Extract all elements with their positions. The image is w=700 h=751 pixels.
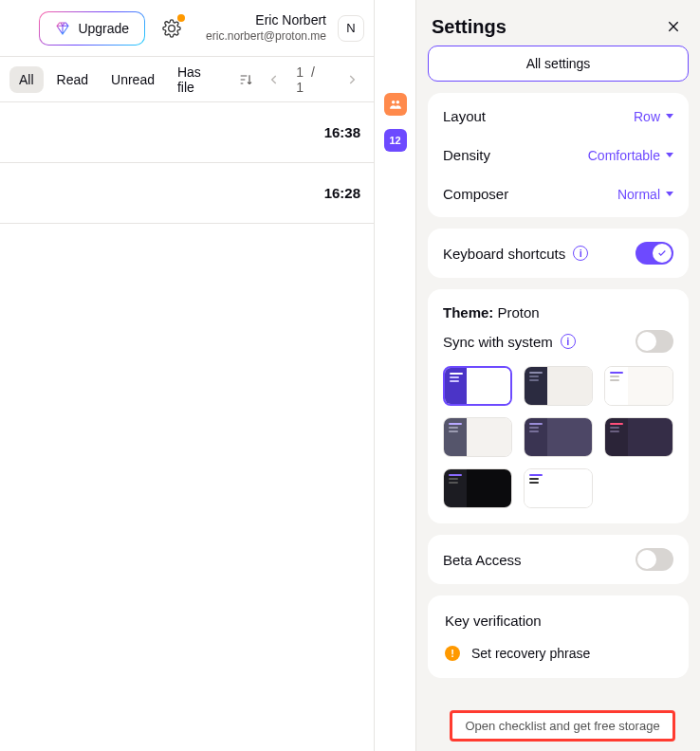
warning-icon: ! bbox=[445, 646, 460, 661]
set-recovery-label: Set recovery phrase bbox=[471, 646, 590, 661]
page-prev-button[interactable] bbox=[262, 66, 286, 93]
calendar-app-button[interactable]: 12 bbox=[384, 129, 407, 152]
chevron-down-icon bbox=[666, 192, 673, 196]
display-settings-card: Layout Row Density Comfortable Composer … bbox=[428, 93, 689, 217]
density-select[interactable]: Comfortable bbox=[588, 148, 673, 163]
page-next-button[interactable] bbox=[340, 66, 364, 93]
message-list: 16:38 16:28 bbox=[0, 102, 374, 224]
theme-option-snow[interactable] bbox=[604, 366, 673, 406]
chevron-right-icon bbox=[345, 73, 359, 86]
theme-option-classic[interactable] bbox=[443, 417, 512, 457]
chevron-down-icon bbox=[666, 114, 673, 119]
theme-option-plain[interactable] bbox=[524, 468, 593, 508]
shortcuts-card: Keyboard shortcuts i bbox=[428, 229, 689, 278]
beta-toggle[interactable] bbox=[636, 548, 673, 571]
layout-select[interactable]: Row bbox=[634, 109, 673, 124]
key-verification-card: Key verification ! Set recovery phrase bbox=[428, 595, 689, 678]
sync-label: Sync with system bbox=[443, 334, 553, 350]
key-verification-title: Key verification bbox=[445, 613, 672, 629]
close-button[interactable] bbox=[662, 15, 685, 38]
list-item[interactable]: 16:28 bbox=[0, 163, 374, 224]
message-time: 16:38 bbox=[324, 124, 360, 140]
shortcuts-toggle[interactable] bbox=[636, 242, 673, 265]
density-value: Comfortable bbox=[588, 148, 660, 163]
filter-all[interactable]: All bbox=[9, 66, 44, 93]
sort-button[interactable] bbox=[232, 66, 257, 93]
settings-gear-button[interactable] bbox=[157, 13, 187, 44]
notification-dot-icon bbox=[177, 14, 185, 22]
theme-option-black[interactable] bbox=[443, 468, 512, 508]
density-label: Density bbox=[443, 147, 490, 163]
people-icon bbox=[389, 98, 402, 111]
avatar-initial: N bbox=[346, 21, 355, 35]
close-icon bbox=[666, 19, 681, 34]
sync-toggle[interactable] bbox=[636, 330, 673, 353]
shortcuts-label: Keyboard shortcuts bbox=[443, 246, 565, 262]
composer-select[interactable]: Normal bbox=[617, 187, 673, 202]
composer-label: Composer bbox=[443, 186, 508, 202]
page-indicator: 1 / 1 bbox=[290, 64, 335, 95]
theme-option-monokai[interactable] bbox=[604, 417, 673, 457]
sort-icon bbox=[238, 72, 253, 87]
side-rail: 12 bbox=[374, 0, 415, 751]
message-time: 16:28 bbox=[324, 185, 360, 201]
chevron-left-icon bbox=[267, 73, 281, 86]
filter-read[interactable]: Read bbox=[47, 66, 98, 93]
user-identity[interactable]: Eric Norbert eric.norbert@proton.me bbox=[206, 12, 326, 44]
filter-toolbar: All Read Unread Has file 1 / 1 bbox=[0, 57, 374, 102]
settings-panel: Settings All settings Layout Row Density… bbox=[415, 0, 700, 751]
theme-swatches bbox=[443, 366, 673, 508]
avatar[interactable]: N bbox=[338, 15, 364, 42]
checklist-label: Open checklist and get free storage bbox=[465, 719, 659, 733]
theme-option-duotone-dark[interactable] bbox=[524, 417, 593, 457]
gear-icon bbox=[162, 19, 181, 38]
check-icon bbox=[657, 248, 667, 258]
paging: 1 / 1 bbox=[232, 64, 364, 95]
upgrade-label: Upgrade bbox=[78, 21, 129, 36]
app-header: Upgrade Eric Norbert eric.norbert@proton… bbox=[0, 0, 374, 57]
user-name: Eric Norbert bbox=[255, 12, 326, 29]
info-icon[interactable]: i bbox=[561, 334, 576, 349]
layout-label: Layout bbox=[443, 108, 486, 124]
theme-card: Theme: Proton Sync with system i bbox=[428, 289, 689, 523]
theme-label: Theme: bbox=[443, 304, 493, 321]
user-email: eric.norbert@proton.me bbox=[206, 29, 326, 44]
upgrade-button[interactable]: Upgrade bbox=[39, 11, 145, 46]
theme-option-carbon[interactable] bbox=[524, 366, 593, 406]
set-recovery-phrase-button[interactable]: ! Set recovery phrase bbox=[445, 646, 672, 661]
list-item[interactable]: 16:38 bbox=[0, 102, 374, 163]
filter-unread[interactable]: Unread bbox=[101, 66, 164, 93]
composer-value: Normal bbox=[617, 187, 660, 202]
open-checklist-button[interactable]: Open checklist and get free storage bbox=[450, 710, 675, 742]
chevron-down-icon bbox=[666, 153, 673, 157]
theme-option-proton[interactable] bbox=[443, 366, 512, 406]
contacts-app-button[interactable] bbox=[384, 93, 407, 116]
settings-title: Settings bbox=[432, 16, 507, 38]
info-icon[interactable]: i bbox=[573, 246, 588, 261]
beta-card: Beta Access bbox=[428, 535, 689, 584]
beta-label: Beta Access bbox=[443, 552, 522, 568]
filter-has-file[interactable]: Has file bbox=[168, 59, 230, 101]
theme-value: Proton bbox=[498, 304, 540, 321]
all-settings-button[interactable]: All settings bbox=[428, 46, 689, 82]
layout-value: Row bbox=[634, 109, 660, 124]
calendar-day-label: 12 bbox=[389, 135, 400, 146]
diamond-icon bbox=[55, 21, 70, 36]
